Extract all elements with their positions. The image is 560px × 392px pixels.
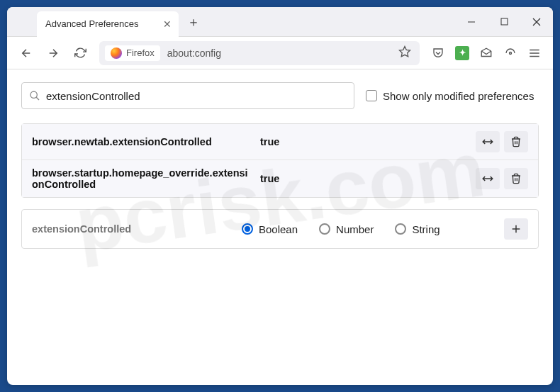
about-config-content: Show only modified preferences browser.n… — [7, 69, 553, 262]
pref-search-input[interactable] — [46, 90, 347, 102]
plus-icon — [510, 223, 522, 235]
svg-point-9 — [30, 91, 37, 98]
svg-point-5 — [510, 52, 512, 54]
svg-rect-1 — [501, 18, 508, 25]
trash-icon — [510, 136, 522, 147]
close-window-button[interactable] — [520, 7, 553, 37]
delete-button[interactable] — [504, 168, 528, 189]
pref-list: browser.newtab.extensionControlled true … — [21, 123, 539, 198]
show-modified-label: Show only modified preferences — [383, 90, 534, 102]
reload-button[interactable] — [68, 41, 92, 65]
radio-boolean[interactable]: Boolean — [242, 223, 298, 235]
svg-line-10 — [36, 97, 39, 100]
back-button[interactable] — [14, 41, 38, 65]
identity-box[interactable]: Firefox — [105, 45, 160, 61]
toggle-icon — [481, 172, 494, 185]
identity-label: Firefox — [126, 47, 155, 58]
add-pref-name: extensionControlled — [32, 223, 230, 235]
radio-string[interactable]: String — [395, 223, 439, 235]
svg-marker-4 — [400, 46, 410, 56]
search-row: Show only modified preferences — [21, 82, 539, 109]
minimize-button[interactable] — [455, 7, 488, 37]
url-text: about:config — [167, 47, 396, 59]
pocket-icon[interactable] — [427, 42, 449, 65]
maximize-button[interactable] — [488, 7, 520, 37]
radio-number[interactable]: Number — [319, 223, 374, 235]
navigation-toolbar: Firefox about:config ✦ — [7, 37, 553, 69]
pref-actions — [476, 131, 528, 152]
radio-icon — [395, 223, 406, 235]
firefox-logo-icon — [111, 47, 122, 59]
pref-row: browser.startup.homepage_override.extens… — [22, 160, 538, 197]
menu-icon[interactable] — [523, 42, 546, 65]
forward-button[interactable] — [41, 41, 65, 65]
extension-icon[interactable]: ✦ — [451, 42, 474, 65]
pref-row: browser.newtab.extensionControlled true — [22, 124, 538, 160]
active-tab[interactable]: Advanced Preferences ✕ — [37, 11, 179, 37]
radio-label: Boolean — [259, 223, 298, 235]
toggle-button[interactable] — [476, 131, 500, 152]
address-bar[interactable]: Firefox about:config — [99, 41, 420, 65]
add-pref-row: extensionControlled Boolean Number Strin… — [22, 210, 538, 248]
radio-icon — [242, 223, 253, 235]
delete-button[interactable] — [504, 131, 528, 152]
inbox-icon[interactable] — [475, 42, 498, 65]
titlebar: Advanced Preferences ✕ ＋ — [7, 7, 553, 37]
window-controls — [455, 7, 553, 37]
browser-window: Advanced Preferences ✕ ＋ — [7, 7, 553, 385]
type-radio-group: Boolean Number String — [242, 223, 493, 235]
toolbar-icons: ✦ — [427, 42, 546, 65]
add-button[interactable] — [504, 218, 528, 240]
pref-search-box[interactable] — [21, 82, 354, 109]
pref-actions — [476, 168, 528, 189]
pref-name: browser.newtab.extensionControlled — [32, 136, 252, 147]
search-icon — [29, 90, 40, 101]
show-modified-checkbox[interactable]: Show only modified preferences — [366, 90, 534, 102]
checkbox-icon — [366, 90, 377, 101]
toggle-icon — [481, 135, 494, 148]
pref-name: browser.startup.homepage_override.extens… — [32, 167, 252, 190]
tab-title: Advanced Preferences — [45, 18, 139, 29]
shield-icon[interactable] — [499, 42, 522, 65]
toggle-button[interactable] — [476, 168, 500, 189]
new-tab-button[interactable]: ＋ — [183, 11, 204, 33]
radio-label: Number — [336, 223, 374, 235]
pref-value: true — [260, 136, 467, 147]
radio-icon — [319, 223, 330, 235]
add-pref-section: extensionControlled Boolean Number Strin… — [21, 209, 539, 249]
bookmark-star-icon[interactable] — [396, 43, 414, 64]
trash-icon — [510, 173, 522, 184]
radio-label: String — [412, 223, 439, 235]
pref-value: true — [260, 173, 467, 184]
close-tab-icon[interactable]: ✕ — [163, 18, 172, 30]
